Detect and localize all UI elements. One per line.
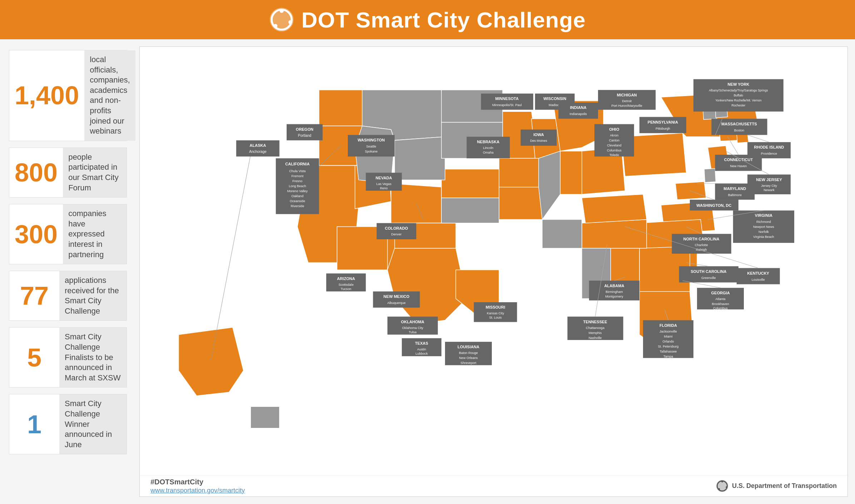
svg-text:VIRGINIA: VIRGINIA <box>755 213 772 218</box>
svg-text:Boston: Boston <box>734 129 744 132</box>
svg-rect-195 <box>737 268 780 284</box>
svg-marker-15 <box>499 158 542 187</box>
svg-text:MASSACHUSETTS: MASSACHUSETTS <box>721 122 757 126</box>
svg-text:Des Moines: Des Moines <box>530 139 547 143</box>
svg-text:New Orleans: New Orleans <box>459 356 478 360</box>
svg-text:MICHIGAN: MICHIGAN <box>617 93 637 97</box>
svg-text:Oakland: Oakland <box>291 194 303 198</box>
svg-text:Lincoln: Lincoln <box>483 146 494 150</box>
svg-marker-30 <box>582 219 647 248</box>
stat-item-0: 1,400local officials, companies, academi… <box>9 50 127 141</box>
svg-text:Orlando: Orlando <box>662 340 674 343</box>
svg-marker-11 <box>387 248 467 324</box>
svg-text:Miami: Miami <box>664 335 672 338</box>
stat-item-5: 1Smart City Challenge Winner announced i… <box>9 394 127 454</box>
svg-point-214 <box>726 486 727 488</box>
svg-point-2 <box>288 20 292 24</box>
svg-text:Albuquerque: Albuquerque <box>387 301 405 305</box>
svg-marker-46 <box>542 219 582 248</box>
svg-text:Louisville: Louisville <box>752 278 765 281</box>
svg-marker-19 <box>560 151 582 194</box>
svg-text:Scottsdale: Scottsdale <box>338 283 354 286</box>
svg-text:Austin: Austin <box>417 348 426 351</box>
svg-text:Oceanside: Oceanside <box>290 199 305 203</box>
svg-rect-113 <box>521 130 557 146</box>
svg-text:Pittsburgh: Pittsburgh <box>656 127 670 130</box>
svg-rect-110 <box>481 94 533 110</box>
svg-text:NORTH CAROLINA: NORTH CAROLINA <box>683 237 720 241</box>
stat-number-0: 1,400 <box>9 50 84 141</box>
svg-text:IOWA: IOWA <box>533 133 544 137</box>
svg-text:TEXAS: TEXAS <box>415 341 428 345</box>
svg-text:NEW MEXICO: NEW MEXICO <box>384 294 410 299</box>
svg-rect-86 <box>377 223 416 239</box>
svg-text:Newark: Newark <box>763 188 775 192</box>
stat-text-5: Smart City Challenge Winner announced in… <box>59 394 127 454</box>
svg-text:Spokane: Spokane <box>365 150 378 153</box>
stat-text-2: companies have expressed interest in par… <box>63 204 127 264</box>
map-panel: ALASKA Anchorage OREGON Portland CALIFOR… <box>139 46 848 497</box>
svg-text:Tulsa: Tulsa <box>409 330 417 334</box>
svg-text:Long Beach: Long Beach <box>289 184 306 188</box>
svg-text:Memphis: Memphis <box>589 331 602 335</box>
dot-logo <box>269 7 294 32</box>
stat-text-3: applications received for the Smart City… <box>59 271 127 320</box>
svg-text:St. Louis: St. Louis <box>489 316 502 319</box>
svg-rect-53 <box>236 140 280 156</box>
svg-rect-57 <box>287 124 323 140</box>
svg-text:Norfolk: Norfolk <box>758 230 769 234</box>
svg-text:New Haven: New Haven <box>730 164 747 168</box>
svg-marker-32 <box>676 182 706 200</box>
svg-text:Omaha: Omaha <box>483 151 494 154</box>
hashtag-text: #DOTSmartCity <box>150 478 245 486</box>
svg-text:Baton Rouge: Baton Rouge <box>459 351 478 355</box>
stat-number-3: 77 <box>9 271 59 320</box>
svg-text:RHODE ISLAND: RHODE ISLAND <box>754 145 784 149</box>
svg-text:Greenville: Greenville <box>701 276 716 280</box>
svg-text:WISCONSIN: WISCONSIN <box>543 96 566 101</box>
svg-marker-31 <box>582 194 647 223</box>
svg-text:WASHINGTON: WASHINGTON <box>358 138 385 142</box>
svg-rect-119 <box>558 103 598 119</box>
svg-text:OREGON: OREGON <box>296 127 313 131</box>
svg-text:Atlanta: Atlanta <box>715 297 726 301</box>
svg-text:GEORGIA: GEORGIA <box>711 291 730 295</box>
page-header: DOT Smart City Challenge <box>0 0 855 39</box>
svg-text:Fremont: Fremont <box>291 174 303 178</box>
stat-number-5: 1 <box>9 394 59 454</box>
stat-number-1: 800 <box>9 148 63 197</box>
footer-links: #DOTSmartCity www.transportation.gov/sma… <box>150 478 245 494</box>
svg-text:Newport News: Newport News <box>753 225 774 229</box>
svg-text:ALASKA: ALASKA <box>249 143 266 148</box>
svg-text:Providence: Providence <box>761 152 777 155</box>
svg-point-1 <box>280 9 284 13</box>
stat-number-2: 300 <box>9 204 63 264</box>
svg-text:NEW JERSEY: NEW JERSEY <box>756 178 782 182</box>
svg-text:SOUTH CAROLINA: SOUTH CAROLINA <box>691 269 726 274</box>
dept-name: U.S. Department of Transportation <box>732 482 837 490</box>
svg-text:Canton: Canton <box>609 139 619 142</box>
svg-text:Albany/Schenectady/Troy/Sarato: Albany/Schenectady/Troy/Saratoga Springs <box>709 89 768 92</box>
svg-point-213 <box>721 481 723 483</box>
map-footer: #DOTSmartCity www.transportation.gov/sma… <box>140 475 847 496</box>
svg-text:St. Petersburg: St. Petersburg <box>658 345 679 348</box>
svg-text:Port Huron/Marysville: Port Huron/Marysville <box>611 104 642 108</box>
svg-marker-40 <box>395 137 445 180</box>
svg-marker-51 <box>251 406 280 428</box>
svg-text:Montgomery: Montgomery <box>605 295 623 298</box>
svg-marker-37 <box>179 328 243 396</box>
svg-text:OHIO: OHIO <box>609 127 619 131</box>
svg-text:MINNESOTA: MINNESOTA <box>495 96 519 101</box>
svg-text:Chula Vista: Chula Vista <box>289 169 306 173</box>
page-title: DOT Smart City Challenge <box>301 7 586 33</box>
svg-line-200 <box>747 135 769 142</box>
website-link[interactable]: www.transportation.gov/smartcity <box>150 487 245 494</box>
svg-text:TENNESSEE: TENNESSEE <box>583 320 607 324</box>
svg-text:NEW YORK: NEW YORK <box>728 82 750 86</box>
svg-rect-148 <box>747 142 791 158</box>
svg-rect-155 <box>715 184 755 200</box>
svg-rect-170 <box>679 266 738 282</box>
svg-text:Riverside: Riverside <box>291 204 304 208</box>
svg-text:Detroit: Detroit <box>622 99 632 103</box>
svg-marker-47 <box>704 168 716 182</box>
